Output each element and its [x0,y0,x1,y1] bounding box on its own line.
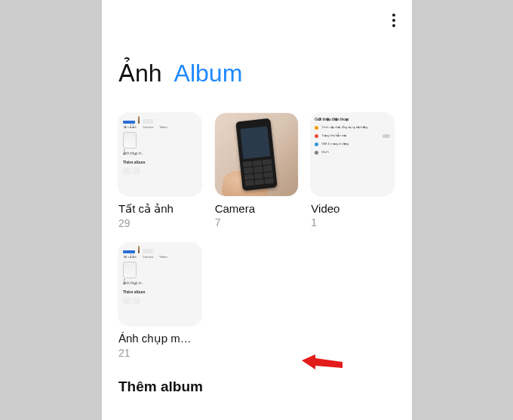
album-count: 7 [215,216,300,228]
album-screenshots[interactable]: Tất cả ảnh Camera Video Ảnh chụp m… Thêm… [118,243,203,359]
header-tabs: Ảnh Album [102,30,412,95]
album-thumbnail [215,113,298,196]
album-video[interactable]: Giới thiệu điện thoại Trình cập nhật ứng… [311,113,395,229]
gallery-app-screen: Ảnh Album Tất cả ảnh Camera Video Ảnh ch… [102,0,412,420]
album-title: Camera [215,202,298,215]
album-title: Tất cả ảnh [118,202,201,216]
more-options-icon[interactable] [389,11,398,30]
album-title: Video [311,202,394,215]
add-album-heading[interactable]: Thêm album [102,359,412,395]
app-bar [102,0,412,30]
tab-photos[interactable]: Ảnh [118,59,162,87]
album-count: 21 [118,347,203,359]
album-thumbnail: Tất cả ảnh Camera Video Ảnh chụp m… Thêm… [118,113,201,196]
album-thumbnail: Giới thiệu điện thoại Trình cập nhật ứng… [311,113,394,196]
album-grid: Tất cả ảnh Camera Video Ảnh chụp m… Thêm… [102,95,412,359]
album-count: 1 [311,216,395,228]
album-title: Ảnh chụp m… [118,332,201,345]
album-camera[interactable]: Camera 7 [215,113,300,229]
tab-album[interactable]: Album [174,60,243,87]
album-count: 29 [118,217,203,229]
album-thumbnail: Tất cả ảnh Camera Video Ảnh chụp m… Thêm… [118,243,201,326]
album-all-photos[interactable]: Tất cả ảnh Camera Video Ảnh chụp m… Thêm… [118,113,203,229]
